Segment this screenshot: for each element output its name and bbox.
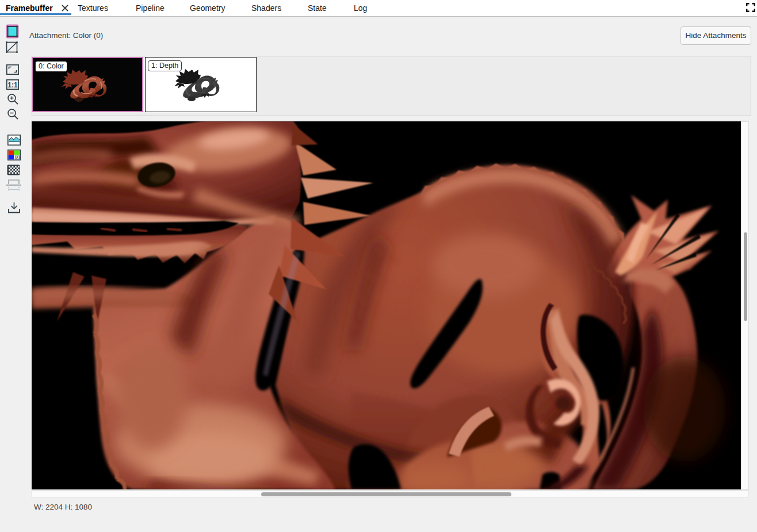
svg-text:1:1: 1:1	[7, 81, 18, 89]
svg-text:A: A	[16, 156, 18, 159]
